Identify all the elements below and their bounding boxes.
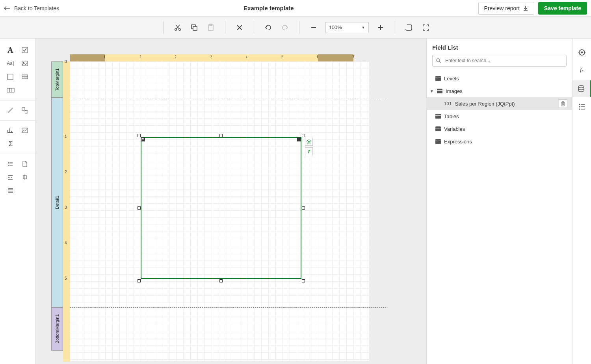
separator: [395, 21, 395, 34]
preview-report-button[interactable]: Preview report: [478, 2, 534, 15]
zoom-select[interactable]: 100% ▼: [325, 22, 369, 33]
delete-icon[interactable]: [235, 23, 244, 32]
svg-point-0: [175, 28, 176, 30]
zoom-out-icon[interactable]: [309, 23, 318, 32]
redo-icon: [280, 23, 290, 32]
script-icon[interactable]: [405, 23, 414, 32]
editor-toolbar: 100% ▼: [0, 17, 591, 39]
svg-point-1: [178, 28, 180, 30]
save-template-button[interactable]: Save template: [538, 2, 587, 15]
back-label: Back to Templates: [14, 5, 59, 11]
copy-icon[interactable]: [190, 23, 199, 32]
page-title: Example template: [59, 5, 478, 11]
separator: [254, 21, 254, 34]
download-icon: [523, 6, 528, 11]
svg-rect-3: [193, 26, 197, 30]
cut-icon[interactable]: [173, 23, 182, 32]
undo-icon[interactable]: [264, 23, 273, 32]
separator: [163, 21, 164, 34]
separator: [299, 21, 299, 34]
separator: [225, 21, 225, 34]
preview-label: Preview report: [484, 5, 520, 11]
header-actions: Preview report Save template: [478, 2, 587, 15]
fullscreen-icon[interactable]: [421, 23, 431, 32]
app-header: Back to Templates Example template Previ…: [0, 0, 591, 17]
arrow-left-icon: [4, 6, 10, 11]
zoom-value: 100%: [329, 24, 342, 30]
save-label: Save template: [544, 5, 581, 11]
back-link[interactable]: Back to Templates: [4, 5, 59, 11]
caret-down-icon: ▼: [362, 26, 365, 30]
paste-icon: [206, 23, 216, 32]
zoom-in-icon[interactable]: [376, 23, 385, 32]
